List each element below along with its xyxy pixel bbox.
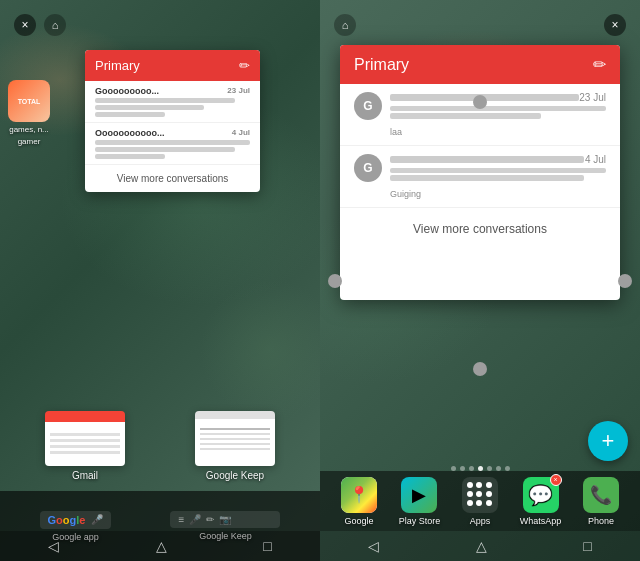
email-preview-right-1: laa (390, 127, 402, 137)
gmail-thumb-label: Gmail (72, 470, 98, 481)
dock-google-maps[interactable]: Google (341, 477, 377, 526)
view-more-conversations-left[interactable]: View more conversations (85, 165, 260, 192)
dock-whatsapp[interactable]: 💬 × WhatsApp (520, 477, 562, 526)
gmail-thumb-img (45, 411, 125, 466)
gmail-edit-icon-left[interactable]: ✏ (239, 58, 250, 73)
app-thumbnails: Gmail Google Keep (0, 411, 320, 481)
keep-menu-icon: ≡ (178, 514, 184, 525)
whatsapp-phone-icon: 💬 (528, 483, 553, 507)
gmail-title-left: Primary (95, 58, 140, 73)
home-button-left[interactable]: △ (156, 538, 167, 554)
apps-icon (462, 477, 498, 513)
fab-button[interactable]: + (588, 421, 628, 461)
email-row-right-1[interactable]: G 23 Jul laa (340, 84, 620, 146)
google-search-bar[interactable]: Google 🎤 (40, 511, 112, 529)
playstore-icon: ▶ (401, 477, 437, 513)
email-row-left-2[interactable]: Ooooooooooo... 4 Jul (85, 123, 260, 165)
email-sender-left-2: Ooooooooooo... 4 Jul (95, 128, 250, 138)
resize-handle-top[interactable] (473, 95, 487, 109)
home-icon: ⌂ (52, 19, 59, 31)
home-button-right[interactable]: △ (476, 538, 487, 554)
apps-label: Apps (470, 516, 491, 526)
phone-icon: 📞 (583, 477, 619, 513)
phone-handset-icon: 📞 (590, 484, 612, 506)
back-button-right[interactable]: ◁ (368, 538, 379, 554)
gmail-widget-right: Primary ✏ G 23 Jul laa (340, 45, 620, 300)
phone-label: Phone (588, 516, 614, 526)
email-content-right-2: 4 Jul Guiging (390, 154, 606, 201)
left-panel: × ⌂ TOTAL games, n... gamer Primary ✏ Go… (0, 0, 320, 561)
dock-phone[interactable]: 📞 Phone (583, 477, 619, 526)
recents-button-left[interactable]: □ (263, 538, 271, 554)
whatsapp-icon: 💬 × (523, 477, 559, 513)
dock-play-store[interactable]: ▶ Play Store (399, 477, 441, 526)
left-home-button[interactable]: ⌂ (44, 14, 66, 36)
dock-apps[interactable]: Apps (462, 477, 498, 526)
whatsapp-badge: × (550, 474, 562, 486)
resize-handle-bottom[interactable] (473, 362, 487, 376)
gmail-title-right: Primary (354, 56, 409, 74)
right-home-icon: ⌂ (342, 19, 349, 31)
recents-button-right[interactable]: □ (583, 538, 591, 554)
left-nav-bar: ◁ △ □ (0, 531, 320, 561)
sidebar-app-icon[interactable]: TOTAL games, n... gamer (8, 80, 50, 146)
maps-label: Google (344, 516, 373, 526)
email-row-right-2[interactable]: G 4 Jul Guiging (340, 146, 620, 208)
app-icon-box: TOTAL (8, 80, 50, 122)
maps-icon (341, 477, 377, 513)
gmail-widget-header-right: Primary ✏ (340, 45, 620, 84)
mic-icon[interactable]: 🎤 (91, 514, 103, 525)
email-content-right-1: 23 Jul laa (390, 92, 606, 139)
right-bottom-dock: Google ▶ Play Store (320, 471, 640, 531)
keep-thumb-img (195, 411, 275, 466)
gmail-edit-icon-right[interactable]: ✏ (593, 55, 606, 74)
gmail-widget-left: Primary ✏ Gooooooooo... 23 Jul Ooooooooo… (85, 50, 260, 192)
resize-handle-left[interactable] (328, 274, 342, 288)
keep-camera-icon: 📷 (219, 514, 231, 525)
email-date-right-1: 23 Jul (579, 92, 606, 103)
view-more-conversations-right[interactable]: View more conversations (340, 208, 620, 250)
gmail-thumbnail[interactable]: Gmail (45, 411, 125, 481)
playstore-label: Play Store (399, 516, 441, 526)
email-avatar-right-1: G (354, 92, 382, 120)
email-row-left-1[interactable]: Gooooooooo... 23 Jul (85, 81, 260, 123)
resize-handle-right[interactable] (618, 274, 632, 288)
maps-icon-inner (341, 477, 377, 513)
keep-thumb-label: Google Keep (206, 470, 264, 481)
right-panel: ⌂ × Primary ✏ G 23 Jul laa (320, 0, 640, 561)
right-home-button[interactable]: ⌂ (334, 14, 356, 36)
google-logo: Google (48, 514, 86, 526)
right-close-button[interactable]: × (604, 14, 626, 36)
keep-microphone-icon: 🎤 (189, 514, 201, 525)
whatsapp-label: WhatsApp (520, 516, 562, 526)
apps-grid (462, 477, 498, 513)
email-preview-right-2: Guiging (390, 189, 421, 199)
email-date-right-2: 4 Jul (585, 154, 606, 165)
left-close-button[interactable]: × (14, 14, 36, 36)
email-avatar-right-2: G (354, 154, 382, 182)
keep-edit-icon: ✏ (206, 514, 214, 525)
keep-bar[interactable]: ≡ 🎤 ✏ 📷 (170, 511, 280, 528)
widget-empty-area (340, 250, 620, 300)
email-sender-left-1: Gooooooooo... 23 Jul (95, 86, 250, 96)
back-button-left[interactable]: ◁ (48, 538, 59, 554)
keep-thumbnail[interactable]: Google Keep (195, 411, 275, 481)
gmail-widget-header-left: Primary ✏ (85, 50, 260, 81)
playstore-triangle: ▶ (401, 477, 437, 513)
sidebar-app-label: games, n... (9, 125, 49, 134)
sidebar-app-sublabel: gamer (18, 137, 41, 146)
right-nav-bar: ◁ △ □ (320, 531, 640, 561)
